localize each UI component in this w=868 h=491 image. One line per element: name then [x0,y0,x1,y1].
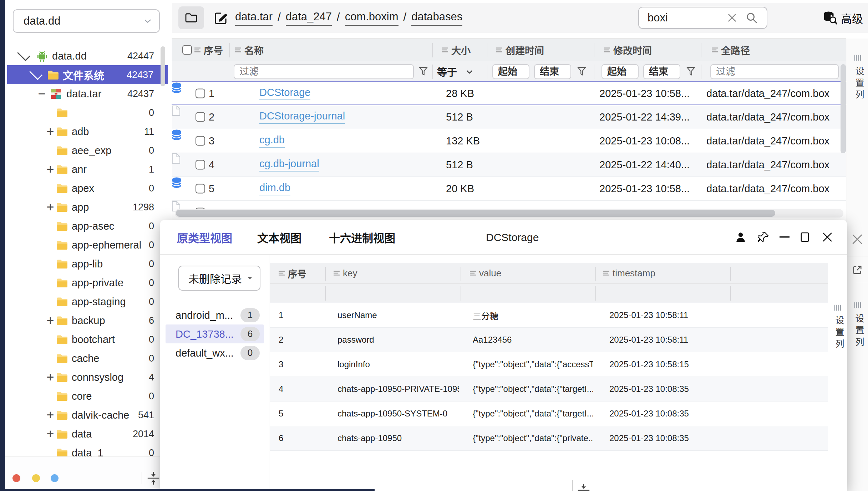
horizontal-scrollbar[interactable] [175,209,843,218]
tab-original-type-view[interactable]: 原类型视图 [177,220,232,255]
maximize-icon[interactable] [801,232,809,242]
tree-item-data.tar[interactable]: −data.tar42437 [5,84,168,103]
breadcrumb-segment[interactable]: data_247 [286,10,332,26]
record-row-1[interactable]: 1userName三分糖2025-01-23 10:58:11 [270,303,828,328]
record-filter-select[interactable]: 未删除记录 [178,266,260,291]
created-end-input[interactable] [534,64,571,79]
sidebar-scrollbar[interactable] [161,46,165,86]
collapse-splitter-icon[interactable] [577,483,590,491]
tree-item-data[interactable]: +data2014 [5,424,168,443]
expander-icon[interactable]: + [45,314,56,327]
column-header-timestamp[interactable]: timestamp [603,267,655,278]
expander-icon[interactable]: + [45,371,56,384]
blue-dot-marker[interactable] [51,474,59,482]
size-operator-select[interactable]: 等于 [437,61,473,82]
path-filter-input[interactable] [710,64,839,79]
tree-item-cache[interactable]: cache0 [5,349,168,368]
select-all-checkbox[interactable] [182,45,192,55]
file-name-link[interactable]: DCStorage [259,87,310,100]
modified-end-input[interactable] [643,64,680,79]
filter-funnel-icon[interactable] [418,66,428,77]
file-name-link[interactable]: DCStorage-journal [259,110,345,124]
edit-path-icon[interactable] [214,11,228,25]
search-input[interactable] [647,9,727,27]
pin-icon[interactable] [758,231,769,243]
vertical-scrollbar-thumb[interactable] [841,64,846,153]
breadcrumb-segment[interactable]: databases [411,10,462,26]
tree-item-unnamed[interactable]: 0 [5,103,168,122]
tree-item-connsyslog[interactable]: +connsyslog4 [5,368,168,387]
tree-item-data.dd[interactable]: data.dd42447 [5,46,168,65]
red-dot-marker[interactable] [12,474,20,482]
tree-item-app[interactable]: +app1298 [5,198,168,216]
export-icon[interactable] [852,265,863,275]
db-table-item-DC_13738...[interactable]: DC_13738...6 [166,324,264,343]
column-header-value[interactable]: value [470,267,501,278]
expander-icon[interactable]: + [45,409,56,421]
minimize-icon[interactable] [780,236,790,238]
expander-collapse-icon[interactable] [29,67,42,80]
tree-item-adb[interactable]: +adb11 [5,122,168,141]
file-name-link[interactable]: dim.db [259,182,290,195]
tree-item-apex[interactable]: apex0 [5,179,168,198]
row-checkbox[interactable] [196,184,205,194]
record-row-2[interactable]: 2passwordAa1234562025-01-23 10:58:11 [270,328,828,352]
tree-item-data_1[interactable]: data_10 [5,443,168,456]
table-row-cg.db-journal[interactable]: 4cg.db-journal512 B2025-01-22 14:40...da… [172,153,846,177]
expander-icon[interactable]: + [45,125,56,138]
table-row-DCStorage[interactable]: 1DCStorage28 KB2025-01-23 10:58...data.t… [172,81,846,105]
user-icon[interactable] [735,232,746,242]
expander-icon[interactable]: + [45,428,56,440]
tree-item-core[interactable]: core0 [5,387,168,405]
table-row-cg.db[interactable]: 3cg.db132 KB2025-01-23 10:08...data.tar/… [172,129,846,153]
column-settings-control[interactable]: 设置列 [828,304,847,351]
row-checkbox[interactable] [196,88,205,98]
close-icon[interactable] [852,234,863,245]
column-settings-control[interactable]: 设置列 [847,302,868,349]
column-header-name[interactable]: 名称 [235,43,264,57]
evidence-selector[interactable]: data.dd [13,9,160,33]
yellow-dot-marker[interactable] [32,474,40,482]
table-row-DCStorage-journal[interactable]: 2DCStorage-journal512 B2025-01-22 14:39.… [172,105,846,129]
breadcrumb-segment[interactable]: data.tar [235,10,273,26]
file-name-link[interactable]: cg.db [259,134,285,148]
row-checkbox[interactable] [196,112,205,122]
record-row-3[interactable]: 3loginInfo{"type":"object","data":{"acce… [270,352,828,377]
column-header-path[interactable]: 全路径 [712,43,750,57]
expander-icon[interactable]: − [36,87,47,100]
scrollbar-thumb[interactable] [176,210,775,217]
column-header-num[interactable]: 序号 [279,266,306,280]
expander-collapse-icon[interactable] [17,48,30,61]
filter-funnel-icon[interactable] [686,66,696,77]
record-row-6[interactable]: 6chats-app-10950{"type":"object","data":… [270,426,828,451]
row-checkbox[interactable] [196,160,205,170]
tree-item-app-lib[interactable]: app-lib0 [5,254,168,273]
tree-item-文件系统[interactable]: 文件系统42437 [7,65,168,84]
column-settings-control[interactable]: 设置列 [847,54,868,102]
db-table-item-default_wx...[interactable]: default_wx...0 [166,343,264,362]
tab-hex-view[interactable]: 十六进制视图 [329,220,395,255]
created-start-input[interactable] [492,64,529,79]
advanced-search-button[interactable]: 高级 [823,3,863,33]
column-header-key[interactable]: key [334,267,357,278]
tree-item-app-ephemeral[interactable]: app-ephemeral0 [5,235,168,254]
search-icon[interactable] [746,12,757,24]
tree-item-app-staging[interactable]: app-staging0 [5,292,168,311]
column-header-created[interactable]: 创建时间 [496,43,544,57]
close-icon[interactable] [822,232,832,242]
tree-item-anr[interactable]: +anr1 [5,160,168,179]
column-header-size[interactable]: 大小 [442,43,471,57]
record-row-4[interactable]: 4chats-app-10950-PRIVATE-10959{"type":"o… [270,377,828,402]
expander-icon[interactable]: + [45,201,56,214]
tab-text-view[interactable]: 文本视图 [257,220,301,255]
filter-funnel-icon[interactable] [577,66,587,77]
breadcrumb-segment[interactable]: com.boxim [345,10,399,26]
collapse-splitter-icon[interactable] [147,471,160,485]
tree-item-app-private[interactable]: app-private0 [5,273,168,292]
name-filter-input[interactable] [234,64,414,79]
file-name-link[interactable]: cg.db-journal [259,158,319,172]
column-header-modified[interactable]: 修改时间 [604,43,652,57]
record-row-5[interactable]: 5chats-app-10950-SYSTEM-0{"type":"object… [270,402,828,426]
db-table-item-android_m...[interactable]: android_m...1 [166,306,264,324]
modified-start-input[interactable] [601,64,639,79]
